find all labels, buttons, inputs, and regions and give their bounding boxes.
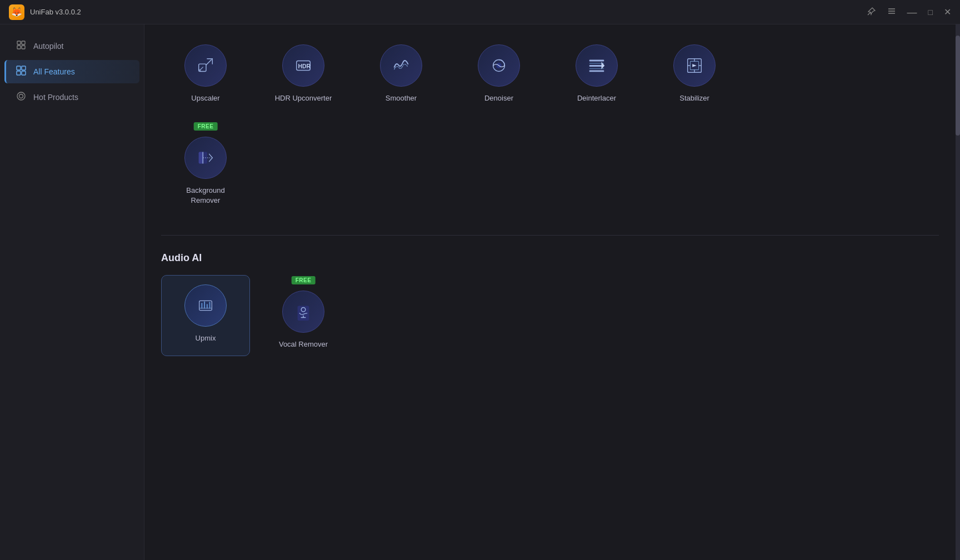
- sidebar-item-hot-products[interactable]: Hot Products: [4, 86, 139, 109]
- svg-rect-5: [22, 41, 25, 44]
- scrollbar-thumb[interactable]: [956, 36, 960, 136]
- svg-rect-11: [22, 71, 26, 75]
- svg-rect-4: [17, 41, 21, 44]
- app-logo: 🦊: [9, 4, 24, 20]
- svg-point-12: [17, 92, 25, 100]
- autopilot-icon: [16, 40, 27, 52]
- sidebar-item-autopilot-label: Autopilot: [33, 42, 63, 51]
- feature-card-upscaler[interactable]: Upscaler: [161, 36, 250, 110]
- maximize-button[interactable]: □: [928, 8, 933, 17]
- svg-text:HDR: HDR: [298, 63, 311, 69]
- denoiser-label: Denoiser: [484, 93, 513, 103]
- upmix-icon-wrap: [184, 284, 227, 327]
- svg-marker-31: [692, 64, 697, 67]
- feature-card-bg-remover[interactable]: FREE BackgroundRemover: [161, 121, 250, 212]
- svg-rect-10: [17, 71, 21, 75]
- deinterlacer-label: Deinterlacer: [577, 93, 616, 103]
- svg-rect-7: [22, 46, 25, 49]
- feature-card-denoiser[interactable]: Denoiser: [454, 36, 543, 110]
- free-badge-bg: FREE: [194, 122, 218, 131]
- sidebar-item-all-features-label: All Features: [33, 67, 75, 76]
- feature-card-deinterlacer[interactable]: Deinterlacer: [552, 36, 641, 110]
- svg-rect-23: [589, 71, 604, 72]
- svg-rect-33: [199, 152, 203, 164]
- audio-ai-title: Audio AI: [161, 252, 939, 264]
- feature-card-vocal-remover[interactable]: FREE Vocal Remover: [259, 275, 348, 356]
- app-body: Autopilot All Features Hot Products: [0, 24, 960, 560]
- hdr-label: HDR Upconverter: [275, 93, 332, 103]
- hdr-icon-wrap: HDR: [282, 44, 324, 87]
- titlebar-controls: — □ ✕: [867, 7, 951, 18]
- titlebar-left: 🦊 UniFab v3.0.0.2: [9, 4, 81, 20]
- vocal-remover-label: Vocal Remover: [279, 339, 328, 349]
- audio-ai-grid: Upmix FREE: [161, 275, 939, 356]
- bg-remover-section: FREE BackgroundRemover: [161, 121, 939, 212]
- stabilizer-label: Stabilizer: [679, 93, 709, 103]
- pin-button[interactable]: [867, 7, 876, 18]
- denoiser-icon-wrap: [478, 44, 520, 87]
- bg-remover-label: BackgroundRemover: [186, 186, 224, 206]
- bg-remover-icon-wrap-container: [184, 137, 227, 186]
- sidebar-item-hot-products-label: Hot Products: [33, 93, 78, 102]
- feature-card-hdr[interactable]: HDR HDR Upconverter: [259, 36, 348, 110]
- svg-rect-19: [589, 60, 604, 62]
- smoother-label: Smoother: [386, 93, 417, 103]
- minimize-button[interactable]: —: [907, 7, 917, 17]
- bg-remover-grid: FREE BackgroundRemover: [161, 121, 939, 212]
- hot-products-icon: [16, 91, 27, 103]
- section-divider: [161, 235, 939, 236]
- stabilizer-icon-wrap: [673, 44, 716, 87]
- app-title: UniFab v3.0.0.2: [30, 8, 81, 16]
- feature-card-smoother[interactable]: Smoother: [357, 36, 446, 110]
- close-button[interactable]: ✕: [944, 7, 951, 17]
- all-features-icon: [16, 66, 27, 78]
- upscaler-icon-wrap: [184, 44, 227, 87]
- upscaler-label: Upscaler: [191, 93, 219, 103]
- main-content: Upscaler HDR HDR Upconverter: [144, 24, 956, 560]
- sidebar-item-autopilot[interactable]: Autopilot: [4, 34, 139, 58]
- sidebar: Autopilot All Features Hot Products: [0, 24, 144, 560]
- bg-remover-icon-wrap: [184, 137, 227, 179]
- svg-point-13: [19, 94, 23, 98]
- smoother-icon-wrap: [380, 44, 422, 87]
- feature-card-upmix[interactable]: Upmix: [161, 275, 250, 356]
- video-ai-section: Upscaler HDR HDR Upconverter: [161, 36, 939, 110]
- menu-button[interactable]: [887, 7, 896, 18]
- audio-ai-section: Audio AI Upmix: [161, 252, 939, 356]
- feature-card-stabilizer[interactable]: Stabilizer: [650, 36, 739, 110]
- svg-rect-9: [22, 66, 26, 70]
- svg-line-0: [868, 12, 871, 15]
- vocal-icon-container: [282, 291, 324, 339]
- scrollbar-track: [956, 24, 960, 560]
- sidebar-item-all-features[interactable]: All Features: [4, 60, 139, 83]
- vocal-remover-icon-wrap: [282, 291, 324, 333]
- svg-rect-8: [17, 66, 21, 70]
- upmix-label: Upmix: [196, 333, 216, 343]
- svg-rect-6: [17, 46, 21, 49]
- deinterlacer-icon-wrap: [576, 44, 618, 87]
- free-badge-vocal: FREE: [292, 276, 316, 284]
- titlebar: 🦊 UniFab v3.0.0.2 — □ ✕: [0, 0, 960, 24]
- video-ai-grid: Upscaler HDR HDR Upconverter: [161, 36, 939, 110]
